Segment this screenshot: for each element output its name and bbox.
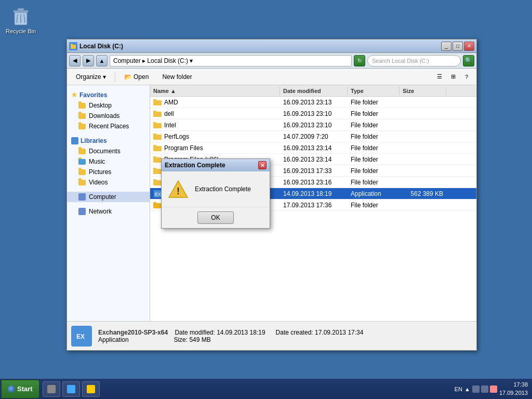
dialog-title-text: Extraction Complete bbox=[165, 162, 258, 169]
extraction-dialog: Extraction Complete ✕ ! Extraction Compl… bbox=[161, 158, 270, 229]
desktop: Recycle Bin Local Disk (C:) _ □ ✕ ◀ ▶ ▲ … bbox=[0, 0, 532, 399]
svg-text:!: ! bbox=[177, 186, 180, 196]
dialog-body: ! Extraction Complete bbox=[162, 171, 270, 207]
dialog-buttons: OK bbox=[162, 207, 270, 228]
dialog-message: Extraction Complete bbox=[195, 185, 251, 193]
dialog-overlay: Extraction Complete ✕ ! Extraction Compl… bbox=[0, 0, 532, 399]
ok-button[interactable]: OK bbox=[197, 211, 234, 224]
dialog-title-bar: Extraction Complete ✕ bbox=[162, 159, 270, 171]
dialog-close-button[interactable]: ✕ bbox=[258, 161, 267, 169]
warning-icon: ! bbox=[168, 180, 189, 198]
